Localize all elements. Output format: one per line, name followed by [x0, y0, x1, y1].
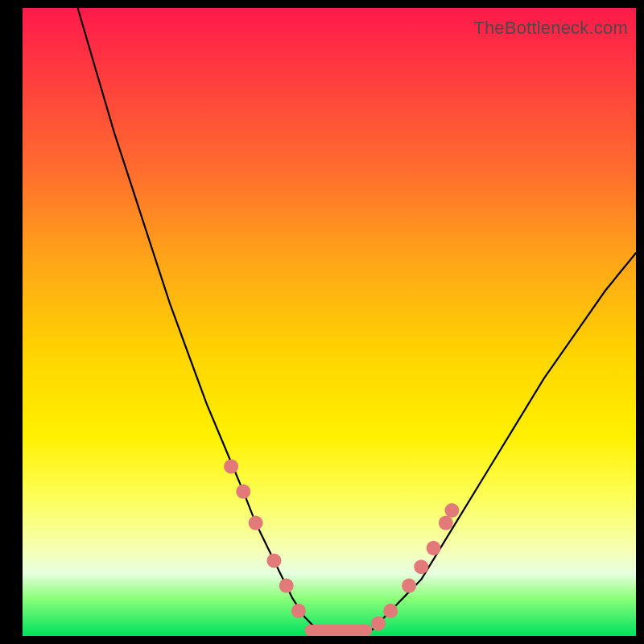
sample-point [371, 616, 386, 630]
sample-point [224, 459, 238, 473]
no-bottleneck-bar [305, 625, 373, 636]
sample-point [414, 559, 428, 574]
sample-point [266, 553, 281, 568]
sample-point [236, 485, 250, 499]
chart-frame: TheBottleneck.com [0, 0, 644, 644]
sample-point [402, 579, 416, 593]
chart-plot-area: TheBottleneck.com [23, 8, 636, 636]
chart-overlay [23, 8, 636, 636]
sample-point [249, 516, 263, 530]
sample-point [291, 604, 306, 618]
sample-point [383, 604, 398, 618]
sample-point [439, 516, 453, 530]
sample-point [444, 503, 459, 518]
sample-point [427, 541, 441, 555]
sample-point [279, 579, 294, 593]
bottleneck-curve [78, 8, 636, 636]
sample-point-group [224, 459, 459, 630]
